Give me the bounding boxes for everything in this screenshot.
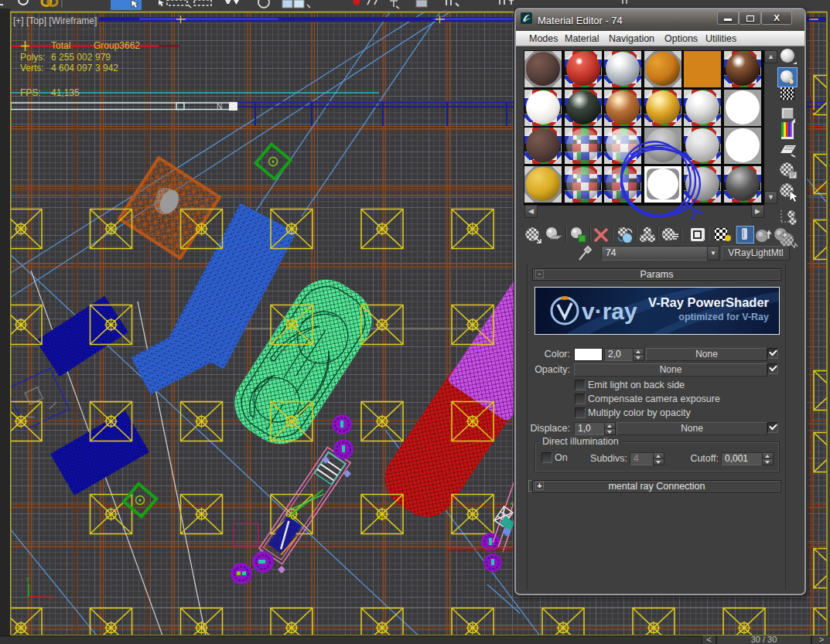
svg-text:v·ray: v·ray <box>582 298 637 324</box>
svg-text:X: X <box>48 594 53 601</box>
svg-text:Polys:: Polys: <box>20 52 46 63</box>
svg-text:6 255 002: 6 255 002 <box>51 52 93 63</box>
svg-text:4 604 097: 4 604 097 <box>51 63 93 73</box>
svg-text:Group3662: Group3662 <box>94 40 140 51</box>
svg-text:3 942: 3 942 <box>95 63 118 73</box>
svg-text:979: 979 <box>95 52 111 63</box>
svg-text:N: N <box>217 102 222 111</box>
svg-text:Total: Total <box>51 40 70 51</box>
svg-text:FPS:: FPS: <box>20 87 41 98</box>
svg-text:[+] [Top] [Wireframe]: [+] [Top] [Wireframe] <box>13 15 97 26</box>
svg-text:Verts:: Verts: <box>20 63 44 73</box>
svg-text:41,135: 41,135 <box>51 87 80 98</box>
svg-text:Y: Y <box>26 576 30 584</box>
